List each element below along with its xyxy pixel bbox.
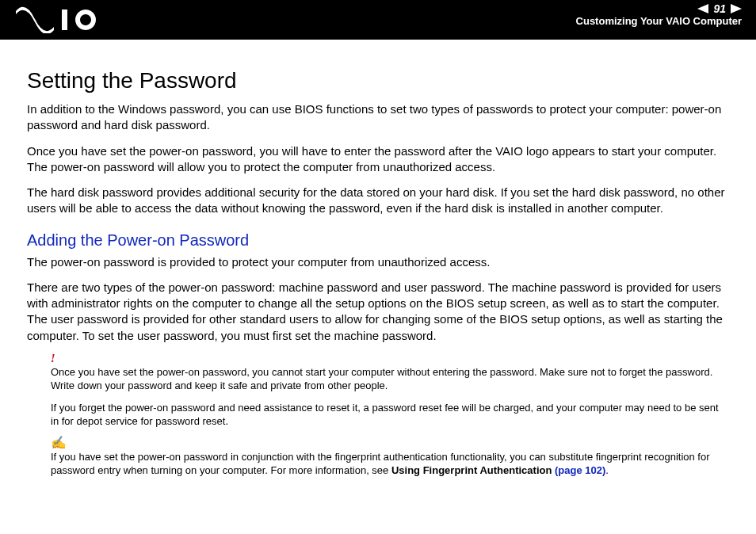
tip-note: ✍ If you have set the power-on password … (51, 437, 729, 478)
page-content: Setting the Password In addition to the … (0, 40, 756, 494)
cross-reference-link[interactable]: (page 102) (555, 464, 605, 476)
warning-icon: ! (51, 353, 729, 364)
note-text: . (605, 464, 609, 476)
vaio-logo (14, 5, 109, 33)
body-paragraph: There are two types of the power-on pass… (27, 280, 729, 344)
page-number: 91 (713, 3, 726, 14)
breadcrumb: Customizing Your VAIO Computer (576, 16, 742, 27)
note-paragraph: Once you have set the power-on password,… (51, 365, 729, 393)
body-paragraph: In addition to the Windows password, you… (27, 101, 729, 134)
body-paragraph: The hard disk password provides addition… (27, 185, 729, 217)
note-paragraph: If you forget the power-on password and … (51, 401, 729, 429)
warning-note: ! Once you have set the power-on passwor… (51, 353, 729, 429)
svg-marker-1 (697, 4, 708, 13)
tip-icon: ✍ (51, 437, 729, 449)
page-nav: 91 Customizing Your VAIO Computer (576, 3, 742, 27)
note-paragraph: If you have set the power-on password in… (51, 450, 729, 478)
svg-marker-2 (731, 4, 742, 13)
prev-page-arrow-icon[interactable] (697, 4, 708, 13)
note-text: If you have set the power-on password in… (51, 451, 710, 477)
section-heading: Adding the Power-on Password (27, 231, 729, 250)
header-bar: 91 Customizing Your VAIO Computer (0, 0, 756, 40)
svg-rect-0 (62, 10, 67, 30)
page-title: Setting the Password (27, 68, 729, 93)
body-paragraph: The power-on password is provided to pro… (27, 254, 729, 270)
next-page-arrow-icon[interactable] (731, 4, 742, 13)
note-strong: Using Fingerprint Authentication (391, 464, 555, 476)
body-paragraph: Once you have set the power-on password,… (27, 143, 729, 176)
